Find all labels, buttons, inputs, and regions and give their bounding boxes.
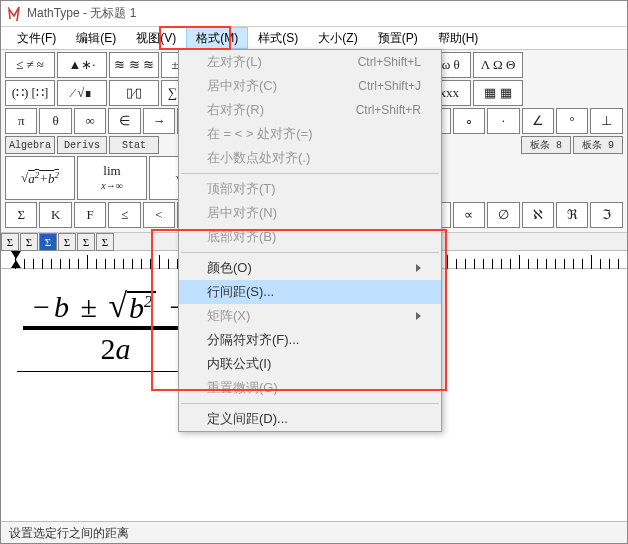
palette-cell[interactable]: ≤ ≠ ≈: [5, 52, 55, 78]
palette-cell[interactable]: ▯⁄▯: [109, 80, 159, 106]
baseline-rule: [17, 371, 187, 372]
palette-cell[interactable]: ▦ ▦: [473, 80, 523, 106]
palette-cell[interactable]: Λ Ω Θ: [473, 52, 523, 78]
format-fence-align[interactable]: 分隔符对齐(F)...: [179, 328, 441, 352]
palette-big-sqrt_expr[interactable]: √a2+b2: [5, 156, 75, 200]
size-med-icon[interactable]: Σ: [20, 233, 38, 251]
menu-view[interactable]: 视图(V): [126, 27, 186, 49]
size-small-icon[interactable]: Σ: [39, 233, 57, 251]
palette-cell[interactable]: π: [5, 108, 37, 134]
format-align-right[interactable]: 右对齐(R)Ctrl+Shift+R: [179, 98, 441, 122]
palette-cell[interactable]: ℑ: [590, 202, 622, 228]
format-inline[interactable]: 内联公式(I): [179, 352, 441, 376]
palette-cell[interactable]: (∷) [∷]: [5, 80, 55, 106]
palette-cell[interactable]: F: [74, 202, 106, 228]
format-reset-nudge[interactable]: 重置微调(G): [179, 376, 441, 400]
palette-side-tab[interactable]: 板条 9: [573, 136, 623, 154]
menu-help[interactable]: 帮助(H): [428, 27, 489, 49]
palette-cell[interactable]: °: [556, 108, 588, 134]
format-align-dec[interactable]: 在小数点处对齐(.): [179, 146, 441, 170]
palette-cell[interactable]: K: [39, 202, 71, 228]
size-xs3-icon[interactable]: Σ: [96, 233, 114, 251]
format-define-spacing[interactable]: 定义间距(D)...: [179, 407, 441, 431]
size-xs2-icon[interactable]: Σ: [77, 233, 95, 251]
palette-cell[interactable]: ≤: [108, 202, 140, 228]
palette-cell[interactable]: ∠: [522, 108, 554, 134]
format-align-left[interactable]: 左对齐(L)Ctrl+Shift+L: [179, 50, 441, 74]
menu-preset[interactable]: 预置(P): [368, 27, 428, 49]
palette-cell[interactable]: ∞: [74, 108, 106, 134]
ruler-bottom-marker-icon[interactable]: [11, 260, 21, 268]
palette-cell[interactable]: Σ: [5, 202, 37, 228]
palette-cell[interactable]: ⊥: [590, 108, 622, 134]
palette-cell[interactable]: ∅: [487, 202, 519, 228]
menu-separator: [181, 173, 439, 174]
format-align-mid[interactable]: 居中对齐(N): [179, 201, 441, 225]
palette-cell[interactable]: ∝: [453, 202, 485, 228]
menu-separator: [181, 403, 439, 404]
menu-style[interactable]: 样式(S): [248, 27, 308, 49]
format-align-bot[interactable]: 底部对齐(B): [179, 225, 441, 249]
status-text: 设置选定行之间的距离: [9, 526, 129, 540]
window-title: MathType - 无标题 1: [27, 5, 136, 22]
menu-file[interactable]: 文件(F): [7, 27, 66, 49]
palette-cell[interactable]: ▲∗∙: [57, 52, 107, 78]
palette-cell[interactable]: ≋ ≋ ≋: [109, 52, 159, 78]
size-large-icon[interactable]: Σ: [1, 233, 19, 251]
app-logo-icon: [7, 7, 21, 21]
palette-cell[interactable]: ∈: [108, 108, 140, 134]
palette-tab[interactable]: Derivs: [57, 136, 107, 154]
menu-edit[interactable]: 编辑(E): [66, 27, 126, 49]
palette-cell[interactable]: ·: [487, 108, 519, 134]
palette-cell[interactable]: →: [143, 108, 175, 134]
palette-cell[interactable]: θ: [39, 108, 71, 134]
format-align-top[interactable]: 顶部对齐(T): [179, 177, 441, 201]
palette-cell[interactable]: ∕ √∎: [57, 80, 107, 106]
palette-cell[interactable]: ℵ: [522, 202, 554, 228]
status-bar: 设置选定行之间的距离: [1, 521, 627, 543]
format-color[interactable]: 颜色(O): [179, 256, 441, 280]
menu-size[interactable]: 大小(Z): [308, 27, 367, 49]
palette-cell[interactable]: ∘: [453, 108, 485, 134]
menu-separator: [181, 252, 439, 253]
format-matrix[interactable]: 矩阵(X): [179, 304, 441, 328]
palette-side-tab[interactable]: 板条 8: [521, 136, 571, 154]
size-xs1-icon[interactable]: Σ: [58, 233, 76, 251]
palette-tab[interactable]: Stat: [109, 136, 159, 154]
menu-format[interactable]: 格式(M): [186, 27, 248, 49]
format-line-spacing[interactable]: 行间距(S)...: [179, 280, 441, 304]
radical-icon: √: [108, 291, 127, 321]
palette-big-lim[interactable]: limx→∞: [77, 156, 147, 200]
ruler-top-marker-icon[interactable]: [11, 251, 21, 259]
format-dropdown: 左对齐(L)Ctrl+Shift+L 居中对齐(C)Ctrl+Shift+J 右…: [178, 49, 442, 432]
format-align-at[interactable]: 在 = < > 处对齐(=): [179, 122, 441, 146]
menu-bar: 文件(F) 编辑(E) 视图(V) 格式(M) 样式(S) 大小(Z) 预置(P…: [1, 27, 627, 49]
palette-tab[interactable]: Algebra: [5, 136, 55, 154]
format-align-center[interactable]: 居中对齐(C)Ctrl+Shift+J: [179, 74, 441, 98]
palette-cell[interactable]: <: [143, 202, 175, 228]
palette-cell[interactable]: ℜ: [556, 202, 588, 228]
